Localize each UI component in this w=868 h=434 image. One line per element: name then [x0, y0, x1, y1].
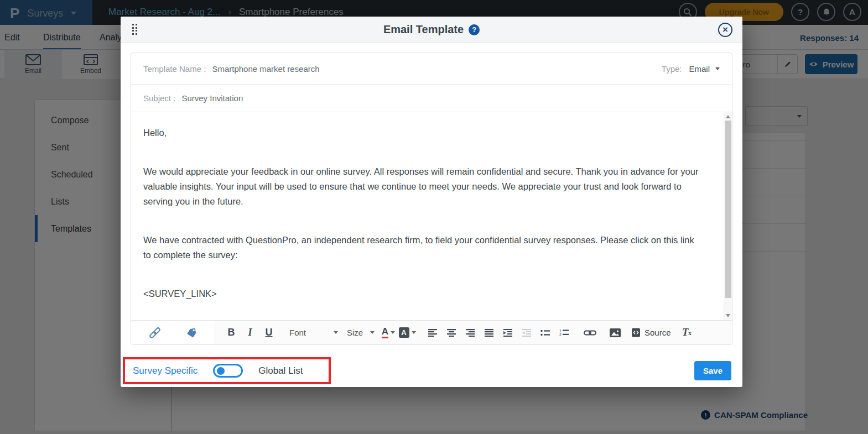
- modal-title-text: Email Template: [383, 23, 464, 36]
- remove-format-sub: x: [688, 330, 692, 336]
- text-color-icon: A: [382, 327, 388, 338]
- justify-button[interactable]: [480, 325, 498, 341]
- indent-button[interactable]: [498, 325, 517, 341]
- indent-icon: [503, 329, 513, 337]
- editor-paragraph: Hello,: [143, 126, 703, 140]
- modal-body: Template Name : Smartphone market resear…: [121, 43, 742, 384]
- chevron-down-icon: [334, 331, 338, 334]
- justify-icon: [485, 329, 494, 337]
- close-icon[interactable]: ×: [718, 23, 732, 37]
- editor-toolbar: B I U Font Size A A: [131, 320, 732, 344]
- chevron-down-icon[interactable]: [715, 67, 720, 70]
- scroll-up-icon[interactable]: [726, 115, 730, 118]
- background-color-icon: A: [399, 327, 409, 338]
- align-center-icon: [447, 329, 456, 337]
- text-color-button[interactable]: A: [379, 325, 398, 341]
- align-right-button[interactable]: [461, 325, 480, 341]
- source-label: Source: [644, 328, 671, 337]
- insert-image-button[interactable]: [606, 325, 625, 341]
- toolbar-merge-group: [131, 321, 215, 344]
- background-color-button[interactable]: A: [398, 325, 417, 341]
- source-icon: [631, 328, 641, 337]
- font-dropdown[interactable]: Font: [285, 325, 342, 341]
- template-name-label: Template Name :: [143, 64, 206, 74]
- chain-link-icon: [149, 327, 160, 338]
- bullet-list-icon: [540, 330, 550, 336]
- outdent-icon: [522, 329, 532, 337]
- merge-tag-button[interactable]: [182, 325, 201, 341]
- chevron-down-icon: [391, 331, 395, 334]
- align-left-button[interactable]: [423, 325, 442, 341]
- numbered-list-button[interactable]: 12: [555, 325, 574, 341]
- chevron-down-icon: [370, 331, 375, 334]
- italic-button[interactable]: I: [241, 325, 259, 341]
- list-scope-toggle[interactable]: [213, 364, 243, 378]
- size-dropdown-label: Size: [347, 328, 363, 337]
- editor-paragraph: <SURVEY_LINK>: [143, 286, 703, 301]
- type-select-value[interactable]: Email: [689, 64, 710, 74]
- bullet-list-button[interactable]: [536, 325, 555, 341]
- align-center-button[interactable]: [442, 325, 461, 341]
- outdent-button[interactable]: [517, 325, 536, 341]
- type-label: Type:: [662, 64, 682, 74]
- toggle-knob: [217, 367, 225, 375]
- insert-link-button[interactable]: [580, 325, 599, 341]
- subject-label: Subject :: [143, 93, 175, 103]
- remove-format-button[interactable]: Tx: [678, 325, 697, 341]
- subject-input[interactable]: Survey Invitation: [181, 93, 243, 103]
- editor-paragraph: We would appreciate your feedback in our…: [143, 164, 703, 209]
- modal-title: Email Template ?: [383, 23, 480, 36]
- save-button[interactable]: Save: [694, 361, 731, 380]
- svg-text:2: 2: [559, 333, 562, 337]
- size-dropdown[interactable]: Size: [342, 325, 379, 341]
- template-form: Template Name : Smartphone market resear…: [131, 53, 732, 345]
- bold-button[interactable]: B: [222, 325, 241, 341]
- editor-paragraph: We have contracted with QuestionPro, an …: [143, 233, 703, 263]
- remove-format-icon: T: [682, 327, 688, 338]
- insert-link-variable-button[interactable]: [145, 325, 164, 341]
- image-icon: [610, 328, 621, 337]
- drag-handle-icon[interactable]: [132, 24, 137, 35]
- survey-specific-label[interactable]: Survey Specific: [133, 365, 197, 377]
- template-name-row: Template Name : Smartphone market resear…: [131, 53, 732, 85]
- link-icon: [584, 330, 596, 336]
- email-body-editor[interactable]: Hello, We would appreciate your feedback…: [131, 112, 732, 320]
- template-name-input[interactable]: Smartphone market research: [212, 64, 319, 74]
- global-list-label[interactable]: Global List: [258, 365, 303, 377]
- scroll-down-icon[interactable]: [726, 314, 730, 317]
- underline-button[interactable]: U: [259, 325, 278, 341]
- modal-footer: Survey Specific Global List Save: [131, 357, 732, 384]
- modal-header: Email Template ? ×: [121, 17, 742, 43]
- font-dropdown-label: Font: [289, 328, 306, 337]
- chevron-down-icon: [412, 331, 416, 334]
- editor-scrollbar[interactable]: [724, 112, 732, 320]
- tag-icon: [185, 327, 197, 338]
- subject-row: Subject : Survey Invitation: [131, 85, 732, 112]
- align-left-icon: [428, 329, 438, 337]
- email-template-modal: Email Template ? × Template Name : Smart…: [121, 17, 742, 387]
- align-right-icon: [466, 329, 475, 337]
- source-button[interactable]: Source: [631, 325, 671, 341]
- help-icon[interactable]: ?: [469, 24, 480, 35]
- list-scope-highlight: Survey Specific Global List: [123, 357, 331, 384]
- scrollbar-thumb[interactable]: [725, 121, 731, 298]
- numbered-list-icon: 12: [559, 329, 569, 336]
